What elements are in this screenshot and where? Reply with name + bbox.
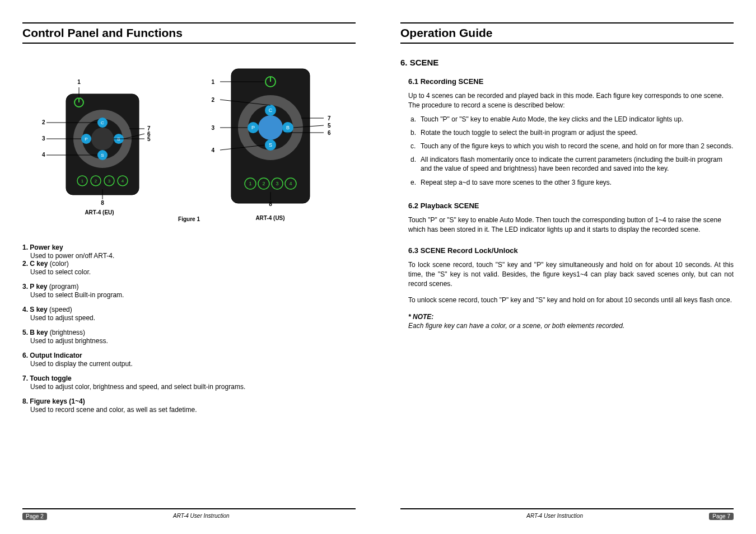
- callout-us-3: 3: [211, 125, 214, 131]
- figure-area: C P B S 1 2 3 4: [22, 66, 356, 221]
- page-title-right: Operation Guide: [400, 22, 734, 44]
- callout-eu-2: 2: [42, 119, 45, 125]
- svg-text:S: S: [268, 142, 272, 148]
- panel-eu-svg: C P B S 1 2 3 4: [35, 66, 164, 206]
- svg-text:C: C: [268, 107, 272, 113]
- step-c: c.Touch any of the figure keys to which …: [410, 142, 734, 151]
- definition-list: 1. Power keyUsed to power on/off ART-4. …: [22, 243, 356, 420]
- section-6-1-title: 6.1 Recording SCENE: [408, 77, 734, 86]
- callout-eu-6: 6: [147, 131, 151, 137]
- svg-text:P: P: [251, 125, 254, 130]
- def-6: 6. Output IndicatorUsed to display the c…: [22, 352, 356, 368]
- doc-name-right: ART-4 User Instruction: [526, 513, 583, 520]
- def-5: 5. B key (brightness)Used to adjust brig…: [22, 329, 356, 345]
- page-number-right: Page 7: [709, 513, 734, 520]
- section-6-3-title: 6.3 SCENE Record Lock/Unlock: [408, 246, 734, 255]
- callout-eu-1: 1: [77, 79, 81, 85]
- section-6-1-intro: Up to 4 scenes can be recorded and playe…: [408, 91, 734, 110]
- step-e: e.Repeat step a~d to save more scenes to…: [410, 178, 734, 187]
- section-6: 6. SCENE: [400, 58, 734, 67]
- section-6-1-steps: a.Touch "P" or "S" key to enable Auto Mo…: [410, 115, 734, 191]
- section-6-2-body: Touch "P" or "S" key to enable Auto Mode…: [408, 216, 734, 235]
- callout-us-7: 7: [328, 115, 331, 121]
- panel-us-svg: C P B S 1 2 3 4: [198, 66, 343, 212]
- def-4: 4. S key (speed)Used to adjust speed.: [22, 306, 356, 322]
- svg-text:1: 1: [81, 179, 83, 184]
- callout-us-8: 8: [269, 201, 272, 207]
- def-1: 1. Power keyUsed to power on/off ART-4.: [22, 243, 356, 260]
- svg-text:B: B: [286, 125, 289, 130]
- svg-text:3: 3: [276, 181, 278, 186]
- def-7: 7. Touch toggleUsed to adjust color, bri…: [22, 374, 356, 391]
- step-d: d.All indicators flash momentarily once …: [410, 155, 734, 173]
- page-right: Operation Guide 6. SCENE 6.1 Recording S…: [378, 0, 756, 534]
- def-3: 3. P key (program)Used to select Built-i…: [22, 283, 356, 299]
- callout-eu-3: 3: [42, 135, 45, 142]
- footer-right: ART-4 User Instruction Page 7: [400, 508, 734, 520]
- section-6-3-p1: To lock scene record, touch "S" key and …: [408, 260, 734, 288]
- svg-text:1: 1: [249, 181, 251, 186]
- svg-text:2: 2: [262, 181, 265, 186]
- page-number-left: Page 2: [22, 513, 47, 520]
- doc-name-left: ART-4 User Instruction: [173, 513, 230, 520]
- section-6-3-p2: To unlock scene record, touch "P" key an…: [408, 296, 734, 305]
- panel-us-label: ART-4 (US): [255, 215, 284, 221]
- callout-us-1: 1: [211, 79, 214, 85]
- svg-text:3: 3: [108, 179, 110, 184]
- def-2: 2. C key (color)Used to select color.: [22, 260, 356, 276]
- callout-eu-8: 8: [101, 200, 104, 206]
- svg-text:4: 4: [289, 181, 292, 186]
- step-b: b.Rotate the touch toggle to select the …: [410, 128, 734, 137]
- panel-us-block: C P B S 1 2 3 4: [198, 66, 343, 221]
- figure-caption: Figure 1: [178, 216, 200, 222]
- output-indicator-us: [258, 115, 283, 140]
- note-body: Each figure key can have a color, or a s…: [408, 322, 734, 330]
- callout-us-2: 2: [211, 97, 214, 103]
- svg-text:4: 4: [121, 179, 124, 184]
- page-title-left: Control Panel and Functions: [22, 22, 356, 44]
- panel-eu-label: ART-4 (EU): [85, 209, 114, 216]
- step-a: a.Touch "P" or "S" key to enable Auto Mo…: [410, 115, 734, 124]
- svg-text:2: 2: [94, 179, 97, 184]
- callout-us-4: 4: [211, 147, 214, 153]
- note-head: * NOTE:: [408, 313, 734, 321]
- svg-text:P: P: [85, 137, 87, 142]
- callout-us-6: 6: [328, 130, 331, 136]
- callout-eu-7: 7: [147, 125, 151, 132]
- svg-point-1: [91, 128, 114, 150]
- panel-eu-block: C P B S 1 2 3 4: [35, 66, 164, 221]
- callout-eu-4: 4: [42, 152, 45, 158]
- svg-text:S: S: [101, 153, 104, 158]
- page-left: Control Panel and Functions C P B S: [0, 0, 378, 534]
- def-8: 8. Figure keys (1~4)Used to record scene…: [22, 397, 356, 414]
- svg-text:C: C: [101, 120, 104, 125]
- footer-left: Page 2 ART-4 User Instruction: [22, 508, 356, 520]
- section-6-2-title: 6.2 Playback SCENE: [408, 202, 734, 210]
- callout-us-5: 5: [328, 123, 331, 129]
